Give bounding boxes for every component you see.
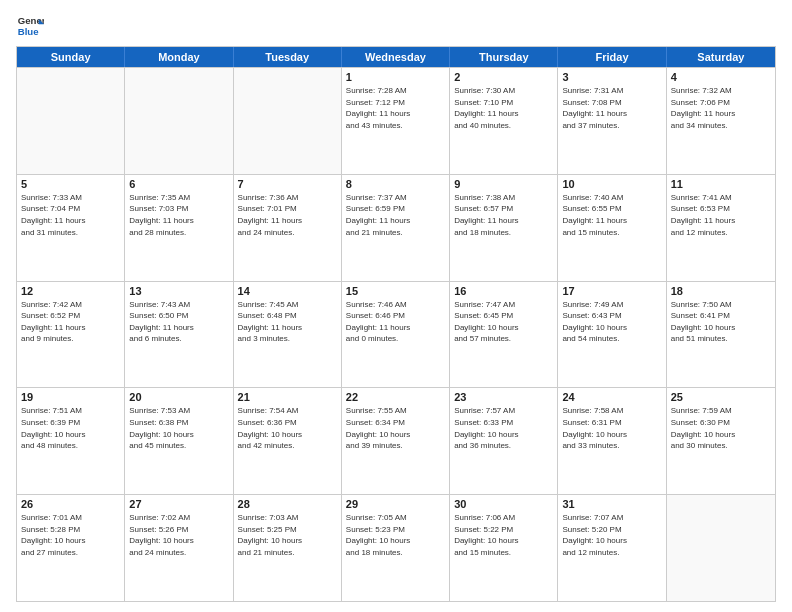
day-number: 18 — [671, 285, 771, 297]
weekday-header-saturday: Saturday — [667, 47, 775, 67]
day-number: 6 — [129, 178, 228, 190]
calendar-cell: 31Sunrise: 7:07 AM Sunset: 5:20 PM Dayli… — [558, 495, 666, 601]
day-info: Sunrise: 7:03 AM Sunset: 5:25 PM Dayligh… — [238, 512, 337, 558]
calendar-cell: 9Sunrise: 7:38 AM Sunset: 6:57 PM Daylig… — [450, 175, 558, 281]
calendar-cell: 1Sunrise: 7:28 AM Sunset: 7:12 PM Daylig… — [342, 68, 450, 174]
day-number: 4 — [671, 71, 771, 83]
calendar-cell: 25Sunrise: 7:59 AM Sunset: 6:30 PM Dayli… — [667, 388, 775, 494]
page-header: General Blue — [16, 12, 776, 40]
day-number: 14 — [238, 285, 337, 297]
calendar-cell: 11Sunrise: 7:41 AM Sunset: 6:53 PM Dayli… — [667, 175, 775, 281]
calendar-row-4: 19Sunrise: 7:51 AM Sunset: 6:39 PM Dayli… — [17, 387, 775, 494]
day-info: Sunrise: 7:36 AM Sunset: 7:01 PM Dayligh… — [238, 192, 337, 238]
calendar-cell — [17, 68, 125, 174]
day-number: 5 — [21, 178, 120, 190]
weekday-header-friday: Friday — [558, 47, 666, 67]
day-info: Sunrise: 7:54 AM Sunset: 6:36 PM Dayligh… — [238, 405, 337, 451]
day-number: 28 — [238, 498, 337, 510]
day-info: Sunrise: 7:41 AM Sunset: 6:53 PM Dayligh… — [671, 192, 771, 238]
day-number: 2 — [454, 71, 553, 83]
calendar-cell: 30Sunrise: 7:06 AM Sunset: 5:22 PM Dayli… — [450, 495, 558, 601]
day-number: 29 — [346, 498, 445, 510]
calendar-cell: 10Sunrise: 7:40 AM Sunset: 6:55 PM Dayli… — [558, 175, 666, 281]
day-number: 24 — [562, 391, 661, 403]
day-info: Sunrise: 7:45 AM Sunset: 6:48 PM Dayligh… — [238, 299, 337, 345]
day-info: Sunrise: 7:38 AM Sunset: 6:57 PM Dayligh… — [454, 192, 553, 238]
day-number: 16 — [454, 285, 553, 297]
day-info: Sunrise: 7:50 AM Sunset: 6:41 PM Dayligh… — [671, 299, 771, 345]
calendar-row-2: 5Sunrise: 7:33 AM Sunset: 7:04 PM Daylig… — [17, 174, 775, 281]
weekday-header-tuesday: Tuesday — [234, 47, 342, 67]
calendar-row-5: 26Sunrise: 7:01 AM Sunset: 5:28 PM Dayli… — [17, 494, 775, 601]
weekday-header-sunday: Sunday — [17, 47, 125, 67]
day-info: Sunrise: 7:42 AM Sunset: 6:52 PM Dayligh… — [21, 299, 120, 345]
day-info: Sunrise: 7:53 AM Sunset: 6:38 PM Dayligh… — [129, 405, 228, 451]
day-info: Sunrise: 7:28 AM Sunset: 7:12 PM Dayligh… — [346, 85, 445, 131]
calendar-cell: 15Sunrise: 7:46 AM Sunset: 6:46 PM Dayli… — [342, 282, 450, 388]
day-number: 20 — [129, 391, 228, 403]
calendar-cell — [125, 68, 233, 174]
calendar-cell: 2Sunrise: 7:30 AM Sunset: 7:10 PM Daylig… — [450, 68, 558, 174]
day-info: Sunrise: 7:05 AM Sunset: 5:23 PM Dayligh… — [346, 512, 445, 558]
day-info: Sunrise: 7:31 AM Sunset: 7:08 PM Dayligh… — [562, 85, 661, 131]
day-number: 17 — [562, 285, 661, 297]
calendar-cell: 6Sunrise: 7:35 AM Sunset: 7:03 PM Daylig… — [125, 175, 233, 281]
day-number: 25 — [671, 391, 771, 403]
day-info: Sunrise: 7:57 AM Sunset: 6:33 PM Dayligh… — [454, 405, 553, 451]
day-number: 3 — [562, 71, 661, 83]
calendar-cell: 4Sunrise: 7:32 AM Sunset: 7:06 PM Daylig… — [667, 68, 775, 174]
calendar-body: 1Sunrise: 7:28 AM Sunset: 7:12 PM Daylig… — [17, 67, 775, 601]
calendar-cell: 16Sunrise: 7:47 AM Sunset: 6:45 PM Dayli… — [450, 282, 558, 388]
day-info: Sunrise: 7:40 AM Sunset: 6:55 PM Dayligh… — [562, 192, 661, 238]
calendar-cell — [667, 495, 775, 601]
day-info: Sunrise: 7:59 AM Sunset: 6:30 PM Dayligh… — [671, 405, 771, 451]
day-info: Sunrise: 7:49 AM Sunset: 6:43 PM Dayligh… — [562, 299, 661, 345]
day-info: Sunrise: 7:35 AM Sunset: 7:03 PM Dayligh… — [129, 192, 228, 238]
logo-icon: General Blue — [16, 12, 44, 40]
calendar-row-1: 1Sunrise: 7:28 AM Sunset: 7:12 PM Daylig… — [17, 67, 775, 174]
day-number: 26 — [21, 498, 120, 510]
day-info: Sunrise: 7:58 AM Sunset: 6:31 PM Dayligh… — [562, 405, 661, 451]
calendar-cell: 28Sunrise: 7:03 AM Sunset: 5:25 PM Dayli… — [234, 495, 342, 601]
day-number: 27 — [129, 498, 228, 510]
calendar-cell: 18Sunrise: 7:50 AM Sunset: 6:41 PM Dayli… — [667, 282, 775, 388]
day-number: 7 — [238, 178, 337, 190]
day-number: 15 — [346, 285, 445, 297]
day-info: Sunrise: 7:55 AM Sunset: 6:34 PM Dayligh… — [346, 405, 445, 451]
day-info: Sunrise: 7:46 AM Sunset: 6:46 PM Dayligh… — [346, 299, 445, 345]
calendar-cell: 17Sunrise: 7:49 AM Sunset: 6:43 PM Dayli… — [558, 282, 666, 388]
day-number: 23 — [454, 391, 553, 403]
day-number: 21 — [238, 391, 337, 403]
day-info: Sunrise: 7:07 AM Sunset: 5:20 PM Dayligh… — [562, 512, 661, 558]
calendar: SundayMondayTuesdayWednesdayThursdayFrid… — [16, 46, 776, 602]
calendar-cell: 21Sunrise: 7:54 AM Sunset: 6:36 PM Dayli… — [234, 388, 342, 494]
calendar-cell: 26Sunrise: 7:01 AM Sunset: 5:28 PM Dayli… — [17, 495, 125, 601]
day-number: 31 — [562, 498, 661, 510]
day-number: 13 — [129, 285, 228, 297]
calendar-header: SundayMondayTuesdayWednesdayThursdayFrid… — [17, 47, 775, 67]
day-number: 12 — [21, 285, 120, 297]
day-info: Sunrise: 7:43 AM Sunset: 6:50 PM Dayligh… — [129, 299, 228, 345]
svg-text:Blue: Blue — [18, 26, 39, 37]
calendar-cell: 3Sunrise: 7:31 AM Sunset: 7:08 PM Daylig… — [558, 68, 666, 174]
day-info: Sunrise: 7:33 AM Sunset: 7:04 PM Dayligh… — [21, 192, 120, 238]
day-info: Sunrise: 7:02 AM Sunset: 5:26 PM Dayligh… — [129, 512, 228, 558]
calendar-cell: 29Sunrise: 7:05 AM Sunset: 5:23 PM Dayli… — [342, 495, 450, 601]
calendar-cell: 12Sunrise: 7:42 AM Sunset: 6:52 PM Dayli… — [17, 282, 125, 388]
day-info: Sunrise: 7:51 AM Sunset: 6:39 PM Dayligh… — [21, 405, 120, 451]
day-number: 10 — [562, 178, 661, 190]
calendar-cell: 23Sunrise: 7:57 AM Sunset: 6:33 PM Dayli… — [450, 388, 558, 494]
day-info: Sunrise: 7:37 AM Sunset: 6:59 PM Dayligh… — [346, 192, 445, 238]
day-info: Sunrise: 7:06 AM Sunset: 5:22 PM Dayligh… — [454, 512, 553, 558]
calendar-cell: 14Sunrise: 7:45 AM Sunset: 6:48 PM Dayli… — [234, 282, 342, 388]
day-number: 8 — [346, 178, 445, 190]
calendar-cell — [234, 68, 342, 174]
day-number: 1 — [346, 71, 445, 83]
calendar-cell: 27Sunrise: 7:02 AM Sunset: 5:26 PM Dayli… — [125, 495, 233, 601]
day-info: Sunrise: 7:32 AM Sunset: 7:06 PM Dayligh… — [671, 85, 771, 131]
day-number: 22 — [346, 391, 445, 403]
calendar-cell: 13Sunrise: 7:43 AM Sunset: 6:50 PM Dayli… — [125, 282, 233, 388]
day-number: 30 — [454, 498, 553, 510]
calendar-row-3: 12Sunrise: 7:42 AM Sunset: 6:52 PM Dayli… — [17, 281, 775, 388]
logo: General Blue — [16, 12, 44, 40]
